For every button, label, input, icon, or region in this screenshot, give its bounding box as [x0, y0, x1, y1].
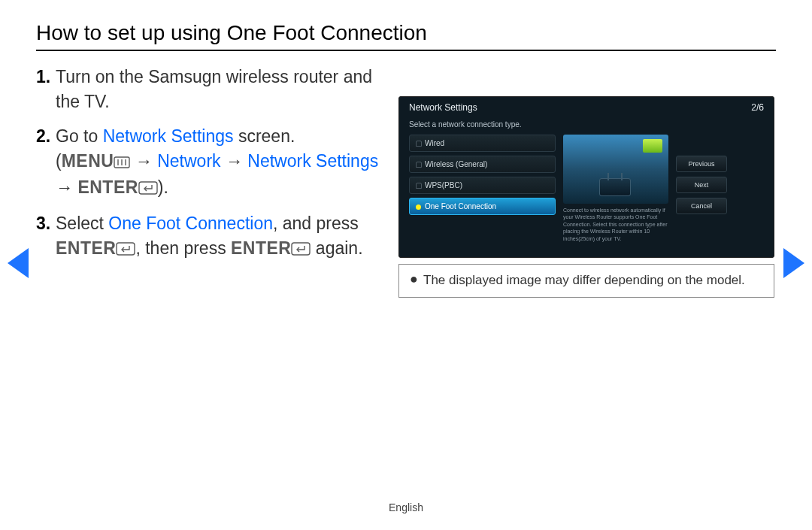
tv-item-wireless: Wireless (General): [409, 156, 556, 173]
svg-rect-5: [117, 243, 135, 255]
arrow-icon: →: [135, 151, 157, 171]
menu-icon: [114, 150, 130, 175]
enter-icon: [291, 238, 311, 262]
tv-description: Connect to wireless network automaticall…: [563, 207, 668, 242]
tv-item-wps: WPS(PBC): [409, 177, 556, 194]
link-one-foot-connection: One Foot Connection: [108, 214, 273, 233]
tv-connection-list: Wired Wireless (General) WPS(PBC) One Fo…: [409, 135, 556, 242]
tv-cancel-button: Cancel: [676, 198, 727, 214]
next-page-arrow[interactable]: [783, 248, 804, 278]
arrow-icon: →: [56, 177, 77, 197]
text: Go to: [56, 126, 103, 146]
arrow-icon: →: [221, 151, 248, 171]
step-text: Go to Network Settings screen. (MENU → N…: [56, 124, 383, 202]
tv-item-label: WPS(PBC): [425, 181, 462, 189]
previous-page-arrow[interactable]: [8, 248, 29, 278]
lock-icon: [416, 183, 422, 189]
step-number: 3.: [36, 211, 56, 263]
text: ).: [158, 177, 168, 197]
step-text: Select One Foot Connection, and press EN…: [56, 211, 383, 263]
svg-rect-4: [139, 182, 157, 194]
link-network: Network: [157, 151, 220, 171]
step-number: 1.: [36, 65, 56, 115]
tv-subtitle: Select a network connection type.: [398, 116, 774, 135]
text: , and press: [273, 214, 359, 233]
note-text: The displayed image may differ depending…: [423, 272, 765, 289]
tv-page-indicator: 2/6: [751, 102, 764, 113]
tv-previous-button: Previous: [676, 156, 727, 172]
tv-next-button: Next: [676, 177, 727, 193]
lock-icon: [416, 141, 422, 147]
enter-label: ENTER: [77, 177, 138, 197]
steps-list: 1. Turn on the Samsugn wireless router a…: [36, 65, 383, 298]
step-1: 1. Turn on the Samsugn wireless router a…: [36, 65, 383, 115]
tv-item-label: One Foot Connection: [425, 202, 496, 210]
tv-item-wired: Wired: [409, 135, 556, 152]
link-network-settings: Network Settings: [247, 151, 378, 171]
svg-rect-6: [292, 243, 310, 255]
step-number: 2.: [36, 124, 56, 202]
text: (: [56, 151, 62, 171]
tv-item-one-foot: One Foot Connection: [409, 198, 556, 215]
text: , then press: [135, 238, 231, 258]
link-network-settings: Network Settings: [103, 126, 234, 146]
tv-preview-image: [563, 135, 668, 204]
text: Select: [56, 214, 108, 233]
router-icon: [599, 178, 631, 196]
tv-screenshot: Network Settings 2/6 Select a network co…: [398, 96, 774, 258]
page-title: How to set up using One Foot Connection: [36, 21, 776, 51]
tv-title: Network Settings: [409, 102, 477, 113]
step-2: 2. Go to Network Settings screen. (MENU …: [36, 124, 383, 202]
note-box: ● The displayed image may differ dependi…: [398, 264, 774, 298]
enter-icon: [138, 177, 158, 201]
tv-item-label: Wired: [425, 139, 444, 147]
tv-item-label: Wireless (General): [425, 160, 487, 168]
enter-icon: [116, 238, 135, 262]
enter-label: ENTER: [56, 238, 116, 258]
footer-language: English: [0, 501, 812, 513]
text: screen.: [234, 126, 295, 146]
step-3: 3. Select One Foot Connection, and press…: [36, 211, 383, 263]
menu-label: MENU: [62, 151, 114, 171]
bullet-icon: ●: [410, 272, 423, 289]
active-dot-icon: [416, 204, 421, 210]
enter-label: ENTER: [231, 238, 291, 258]
step-text: Turn on the Samsugn wireless router and …: [56, 65, 383, 115]
lock-icon: [416, 162, 422, 168]
text: again.: [311, 238, 362, 258]
